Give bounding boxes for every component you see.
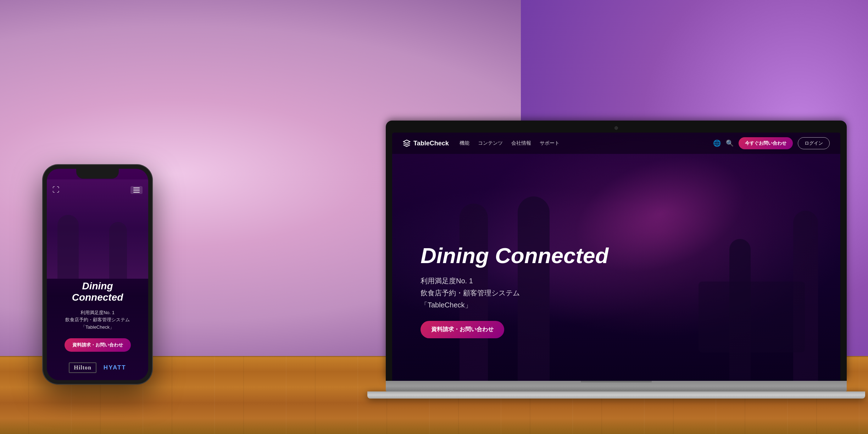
- laptop-cta-button[interactable]: 資料請求・お問い合わせ: [421, 321, 504, 338]
- nav-link-company[interactable]: 会社情報: [511, 140, 531, 146]
- laptop-screen-wrapper: TableCheck 機能 コンテンツ 会社情報 サポート 🌐 🔍 今すぐお問い…: [386, 121, 847, 381]
- nav-link-contents[interactable]: コンテンツ: [478, 140, 503, 146]
- laptop-hinge: [581, 381, 652, 384]
- nav-links: 機能 コンテンツ 会社情報 サポート: [460, 140, 713, 146]
- phone-header: ⛶: [47, 183, 148, 197]
- table-scene: [699, 282, 805, 352]
- nav-contact-button[interactable]: 今すぐお問い合わせ: [739, 137, 793, 149]
- phone-subtext: 利用満足度No. 1 飲食店予約・顧客管理システム 「TableCheck」: [55, 309, 140, 331]
- laptop-camera: [614, 126, 618, 130]
- nav-logo: TableCheck: [403, 139, 449, 147]
- phone-mockup: ⛶ Dining Connected 利用満足度No. 1 飲食店予約・顧客管理…: [43, 165, 152, 384]
- expand-icon: ⛶: [52, 186, 60, 194]
- hilton-logo: Hilton: [69, 362, 96, 373]
- nav-login-button[interactable]: ログイン: [798, 137, 830, 149]
- tablecheck-logo-icon: [403, 139, 411, 147]
- phone-notch: [76, 169, 119, 179]
- phone-cta-button[interactable]: 資料請求・お問い合わせ: [65, 338, 131, 352]
- phone-headline: Dining Connected: [55, 280, 140, 303]
- nav-link-features[interactable]: 機能: [460, 140, 469, 146]
- phone-brands: Hilton HYATT: [47, 362, 148, 373]
- nav-actions: 🌐 🔍 今すぐお問い合わせ ログイン: [713, 137, 830, 149]
- laptop-subtext: 利用満足度No. 1 飲食店予約・顧客管理システム 「TableCheck」: [421, 275, 608, 311]
- nav-link-support[interactable]: サポート: [540, 140, 560, 146]
- hyatt-logo: HYATT: [104, 364, 126, 371]
- phone-menu-button[interactable]: [130, 186, 143, 194]
- laptop-screen: TableCheck 機能 コンテンツ 会社情報 サポート 🌐 🔍 今すぐお問い…: [392, 133, 840, 381]
- phone-content: Dining Connected 利用満足度No. 1 飲食店予約・顧客管理シス…: [47, 280, 148, 352]
- nav-logo-text: TableCheck: [413, 140, 449, 147]
- laptop-mockup: TableCheck 機能 コンテンツ 会社情報 サポート 🌐 🔍 今すぐお問い…: [386, 121, 847, 399]
- globe-icon[interactable]: 🌐: [713, 139, 721, 147]
- laptop-headline: Dining Connected: [421, 244, 608, 268]
- laptop-body: [386, 381, 847, 391]
- laptop-hero: Dining Connected 利用満足度No. 1 飲食店予約・顧客管理シス…: [421, 244, 608, 338]
- phone-device: ⛶ Dining Connected 利用満足度No. 1 飲食店予約・顧客管理…: [43, 165, 152, 384]
- laptop-base: [367, 391, 865, 399]
- laptop-camera-row: [392, 126, 840, 130]
- search-icon[interactable]: 🔍: [726, 139, 734, 147]
- laptop-navbar: TableCheck 機能 コンテンツ 会社情報 サポート 🌐 🔍 今すぐお問い…: [392, 133, 840, 154]
- phone-screen: ⛶ Dining Connected 利用満足度No. 1 飲食店予約・顧客管理…: [47, 169, 148, 380]
